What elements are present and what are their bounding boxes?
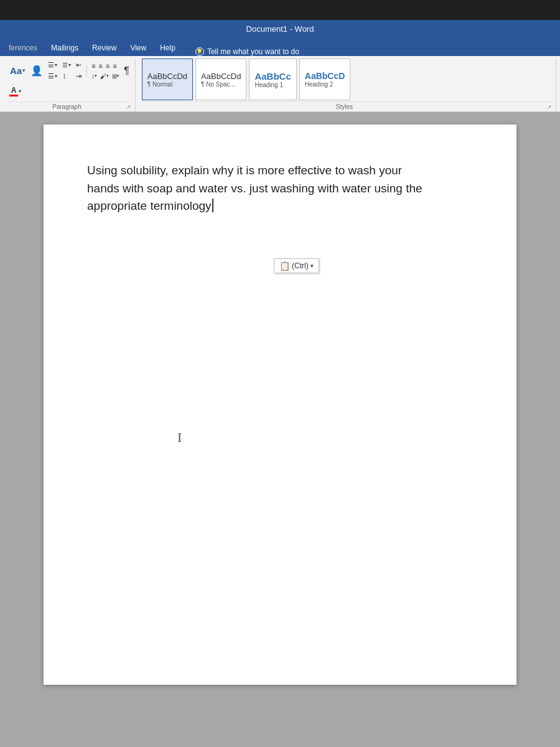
doc-line1: Using solubility, explain why it is more… (87, 164, 402, 177)
paste-dropdown-arrow[interactable]: ▾ (310, 263, 314, 269)
style-nospace-label: ¶ No Spac... (201, 81, 241, 88)
style-normal-label: ¶ Normal (147, 81, 187, 88)
style-nospace-preview: AaBbCcDd (201, 72, 241, 81)
font-group: Aa ▾ 👤 ☰▾ ☰▾ ☰▾ ↕ (4, 59, 136, 111)
line-spacing-button[interactable]: ↕▾ (90, 72, 98, 81)
title-bar: Document1 - Word (0, 20, 560, 37)
styles-group: AaBbCcDd ¶ Normal AaBbCcDd ¶ No Spac... … (138, 59, 556, 111)
borders-button[interactable]: ⊞▾ (111, 72, 121, 81)
multilevel-list-button[interactable]: ☰▾ (60, 60, 73, 70)
i-beam-cursor: I (177, 430, 182, 446)
style-heading1-preview: AaBbCc (254, 71, 291, 82)
paste-options-popup[interactable]: 📋 (Ctrl) ▾ (274, 258, 319, 273)
lightbulb-icon: 💡 (195, 47, 204, 56)
style-heading2-label: Heading 2 (305, 81, 345, 88)
style-heading1[interactable]: AaBbCc Heading 1 (249, 59, 296, 100)
document-content[interactable]: Using solubility, explain why it is more… (87, 162, 473, 215)
ribbon-tabs-bar: ferences Mailings Review View Help 💡 Tel… (0, 37, 560, 56)
font-size-button[interactable]: A ▾ (7, 85, 23, 98)
styles-content: AaBbCcDd ¶ Normal AaBbCcDd ¶ No Spac... … (142, 59, 552, 100)
pilcrow-button[interactable]: ¶ (122, 64, 131, 78)
style-heading2[interactable]: AaBbCcD Heading 2 (299, 59, 351, 100)
tab-view[interactable]: View (124, 40, 152, 56)
user-icon-button[interactable]: 👤 (29, 63, 45, 78)
styles-group-label: Styles ↗ (142, 101, 552, 111)
align-justify-button[interactable]: ≡ (111, 61, 118, 71)
indent-increase-button[interactable]: ⇥ (74, 71, 83, 82)
font-row-2: A ▾ (7, 85, 131, 98)
paragraph-expand-icon[interactable]: ↗ (126, 104, 131, 110)
ribbon-content: Aa ▾ 👤 ☰▾ ☰▾ ☰▾ ↕ (0, 56, 560, 111)
style-heading1-label: Heading 1 (254, 82, 291, 88)
tab-mailings[interactable]: Mailings (45, 40, 85, 56)
tell-me-text: Tell me what you want to do (207, 47, 299, 56)
aa-button[interactable]: Aa ▾ (7, 65, 27, 77)
text-cursor-blink (212, 199, 213, 212)
bullet-list-button[interactable]: ☰▾ (46, 60, 59, 70)
align-left-button[interactable]: ≡ (90, 61, 96, 71)
style-nospace[interactable]: AaBbCcDd ¶ No Spac... (195, 59, 246, 100)
doc-line3: appropriate terminology (87, 199, 212, 212)
indent-decrease-button[interactable]: ⇤ (74, 60, 83, 70)
sort-button[interactable]: ↕ (60, 70, 73, 82)
tab-review[interactable]: Review (86, 40, 123, 56)
document-page[interactable]: Using solubility, explain why it is more… (44, 125, 516, 685)
font-group-content: Aa ▾ 👤 ☰▾ ☰▾ ☰▾ ↕ (7, 59, 131, 100)
tell-me-bar[interactable]: 💡 Tell me what you want to do (195, 47, 299, 56)
style-normal[interactable]: AaBbCcDd ¶ Normal (142, 59, 193, 100)
title-text: Document1 - Word (246, 24, 314, 34)
font-row-1: Aa ▾ 👤 ☰▾ ☰▾ ☰▾ ↕ (7, 60, 131, 82)
paragraph-group-label: Paragraph ↗ (7, 101, 131, 111)
style-heading2-preview: AaBbCcD (305, 71, 345, 81)
tab-help[interactable]: Help (154, 40, 182, 56)
numbered-list-button[interactable]: ☰▾ (46, 71, 59, 82)
style-normal-preview: AaBbCcDd (147, 72, 187, 81)
doc-line2: hands with soap and water vs. just washi… (87, 182, 422, 195)
align-center-button[interactable]: ≡ (98, 61, 104, 71)
paste-icon: 📋 (279, 261, 290, 271)
styles-expand-icon[interactable]: ↗ (547, 104, 552, 110)
paste-label: (Ctrl) (292, 261, 309, 270)
document-area: Using solubility, explain why it is more… (0, 112, 560, 747)
shading-button[interactable]: 🖌▾ (99, 72, 110, 81)
tab-references[interactable]: ferences (2, 40, 44, 56)
separator-1 (86, 65, 87, 77)
align-right-button[interactable]: ≡ (105, 61, 111, 71)
top-bar (0, 0, 560, 20)
ribbon-toolbar: Aa ▾ 👤 ☰▾ ☰▾ ☰▾ ↕ (0, 56, 560, 112)
